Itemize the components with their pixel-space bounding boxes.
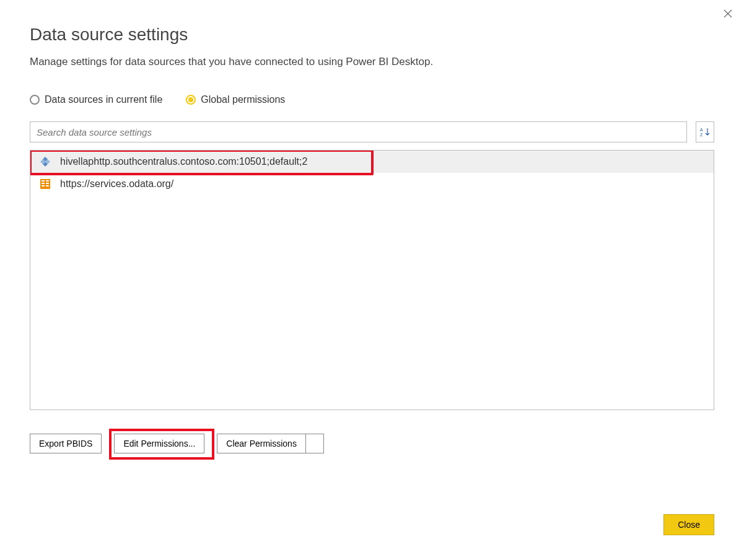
svg-text:A: A	[700, 128, 703, 132]
svg-rect-7	[42, 185, 45, 186]
dialog-subtitle: Manage settings for data sources that yo…	[30, 56, 714, 68]
dialog-title: Data source settings	[30, 25, 714, 45]
data-source-list[interactable]: hivellaphttp.southcentralus.contoso.com:…	[30, 150, 714, 410]
svg-rect-6	[46, 183, 49, 184]
action-button-row: Export PBIDS Edit Permissions... Clear P…	[30, 434, 714, 453]
svg-rect-3	[42, 180, 45, 182]
svg-rect-4	[46, 180, 49, 182]
list-item[interactable]: https://services.odata.org/	[30, 173, 714, 195]
svg-text:Z: Z	[700, 133, 703, 137]
radio-label: Data sources in current file	[45, 94, 162, 105]
edit-permissions-button[interactable]: Edit Permissions...	[114, 434, 204, 453]
odata-source-icon	[39, 178, 51, 190]
scope-radio-group: Data sources in current file Global perm…	[30, 94, 714, 105]
search-input[interactable]	[30, 121, 687, 142]
export-pbids-button[interactable]: Export PBIDS	[30, 434, 102, 453]
list-item-label: hivellaphttp.southcentralus.contoso.com:…	[60, 156, 307, 167]
radio-icon	[186, 95, 196, 105]
radio-label: Global permissions	[201, 94, 285, 105]
list-item-label: https://services.odata.org/	[60, 178, 173, 190]
clear-permissions-button[interactable]: Clear Permissions	[217, 434, 305, 453]
radio-icon	[30, 95, 40, 105]
svg-rect-8	[46, 185, 49, 186]
close-icon[interactable]	[723, 9, 733, 21]
radio-global-permissions[interactable]: Global permissions	[186, 94, 285, 105]
hive-source-icon	[39, 155, 51, 168]
close-button[interactable]: Close	[663, 514, 714, 535]
sort-button[interactable]: A Z	[696, 121, 714, 142]
data-source-settings-dialog: Data source settings Manage settings for…	[0, 0, 744, 560]
clear-permissions-dropdown[interactable]	[305, 434, 324, 453]
radio-current-file[interactable]: Data sources in current file	[30, 94, 162, 105]
list-item[interactable]: hivellaphttp.southcentralus.contoso.com:…	[30, 151, 714, 173]
svg-rect-5	[42, 183, 45, 184]
sort-az-icon: A Z	[700, 127, 710, 137]
